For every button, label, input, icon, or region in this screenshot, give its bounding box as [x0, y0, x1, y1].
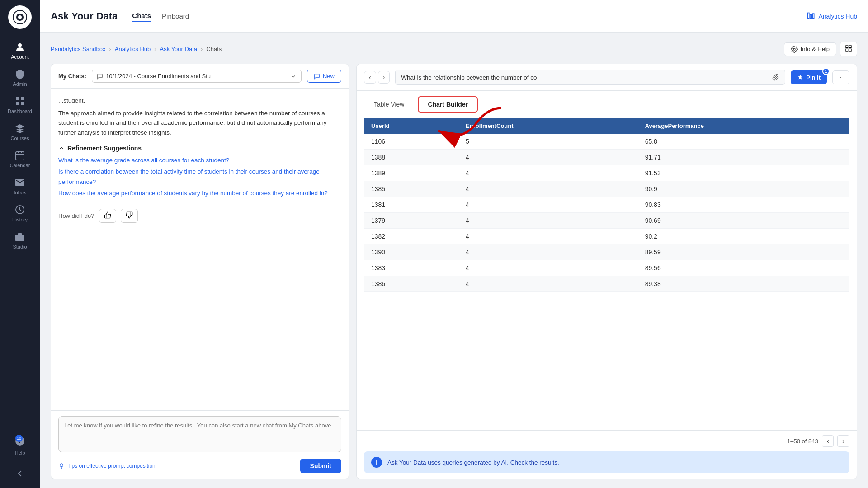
clip-icon [772, 74, 779, 81]
cell-userid: 1106 [364, 134, 458, 150]
sidebar-item-label-courses: Courses [11, 136, 29, 141]
nav-item-pinboard[interactable]: Pinboard [162, 10, 189, 22]
refinement-header[interactable]: Refinement Suggestions [58, 145, 341, 152]
table-row: 1390 4 89.59 [364, 244, 849, 260]
calendar-icon [14, 150, 25, 161]
cell-enrollment: 4 [458, 165, 638, 181]
cell-userid: 1385 [364, 181, 458, 197]
svg-point-2 [18, 15, 22, 19]
table-row: 1383 4 89.56 [364, 260, 849, 276]
chat-message-text: ...student. The approach aimed to provid… [58, 96, 341, 137]
refinement-header-label: Refinement Suggestions [67, 145, 142, 152]
sidebar-item-dashboard[interactable]: Dashboard [2, 92, 38, 117]
submit-button[interactable]: Submit [300, 459, 341, 473]
svg-rect-24 [846, 49, 848, 51]
sidebar-collapse-btn[interactable] [2, 465, 38, 483]
chat-selector[interactable]: 10/1/2024 - Course Enrollments and Stu [92, 70, 302, 83]
nav-next-button[interactable]: › [378, 71, 390, 84]
cell-enrollment: 4 [458, 260, 638, 276]
col-header-userid: UserId [364, 118, 458, 134]
cell-userid: 1381 [364, 197, 458, 213]
thumbs-up-button[interactable] [99, 209, 116, 223]
tab-table-view[interactable]: Table View [364, 96, 414, 113]
pin-label: Pin It [806, 74, 821, 81]
feedback-row: How did I do? [58, 205, 341, 226]
analytics-hub-link[interactable]: Analytics Hub [807, 12, 857, 21]
sidebar-item-account[interactable]: Account [2, 38, 38, 63]
breadcrumb-ask-your-data[interactable]: Ask Your Data [160, 46, 197, 52]
chat-input[interactable] [58, 416, 341, 452]
svg-rect-22 [846, 46, 848, 48]
svg-rect-6 [16, 102, 19, 105]
sidebar-item-calendar[interactable]: Calendar [2, 146, 38, 172]
sidebar-item-label-dashboard: Dashboard [8, 108, 32, 114]
cell-enrollment: 4 [458, 181, 638, 197]
svg-rect-18 [808, 13, 809, 18]
sidebar-item-admin[interactable]: Admin [2, 65, 38, 90]
sidebar-item-courses[interactable]: Courses [2, 119, 38, 145]
svg-point-21 [793, 48, 795, 50]
breadcrumb-sep-3: › [201, 46, 203, 52]
table-row: 1386 4 89.38 [364, 276, 849, 292]
studio-icon [14, 231, 25, 242]
tab-chart-builder[interactable]: Chart Builder [418, 96, 478, 113]
more-options-button[interactable]: ⋮ [832, 70, 849, 84]
breadcrumb-sep-2: › [154, 46, 156, 52]
panels: My Chats: 10/1/2024 - Course Enrollments… [51, 64, 857, 479]
sidebar: Account Admin Dashboard Courses Calendar [0, 0, 40, 488]
sidebar-item-inbox[interactable]: Inbox [2, 174, 38, 199]
top-header: Ask Your Data Chats Pinboard Analytics H… [40, 0, 868, 33]
history-icon [14, 204, 25, 215]
sidebar-item-help[interactable]: ? 10 Help [2, 432, 38, 459]
table-row: 1389 4 91.53 [364, 165, 849, 181]
chevron-down-icon [290, 73, 297, 80]
cell-enrollment: 4 [458, 150, 638, 165]
chat-input-area: Tips on effective prompt composition Sub… [51, 410, 349, 479]
dashboard-icon [14, 96, 25, 107]
table-row: 1382 4 90.2 [364, 229, 849, 244]
sidebar-item-label-help: Help [15, 450, 25, 455]
chat-message-body: The approach aimed to provide insights r… [58, 110, 327, 136]
info-help-button[interactable]: Info & Help [784, 42, 836, 56]
breadcrumb-chats: Chats [206, 46, 222, 52]
help-badge-count: 10 [15, 435, 23, 442]
nav-prev-button[interactable]: ‹ [364, 71, 376, 84]
info-bar-text: Ask Your Data uses queries generated by … [387, 459, 559, 466]
data-panel: ‹ › What is the relationship between the… [356, 64, 857, 479]
nav-item-chats[interactable]: Chats [132, 10, 151, 22]
pagination-row: 1–50 of 843 ‹ › [357, 430, 857, 451]
collapse-icon [14, 468, 25, 479]
cell-enrollment: 4 [458, 197, 638, 213]
refinement-link-2[interactable]: How does the average performance of stud… [58, 188, 341, 199]
sidebar-item-history[interactable]: History [2, 201, 38, 226]
breadcrumb-pandalytics[interactable]: Pandalytics Sandbox [51, 46, 105, 52]
svg-rect-7 [21, 102, 24, 105]
chevron-up-icon [58, 145, 65, 151]
thumbs-down-button[interactable] [121, 209, 138, 223]
new-chat-icon [314, 73, 320, 80]
breadcrumb-analytics-hub[interactable]: Analytics Hub [115, 46, 151, 52]
new-chat-button[interactable]: New [307, 70, 341, 83]
sidebar-item-studio[interactable]: Studio [2, 228, 38, 253]
extra-icon-button[interactable] [840, 42, 857, 56]
cell-userid: 1388 [364, 150, 458, 165]
account-icon [14, 42, 25, 52]
query-text: What is the relationship between the num… [401, 74, 537, 81]
tips-label: Tips on effective prompt composition [67, 463, 156, 469]
cell-enrollment: 4 [458, 229, 638, 244]
cell-performance: 90.2 [638, 229, 849, 244]
cell-userid: 1383 [364, 260, 458, 276]
pagination-text: 1–50 of 843 [787, 438, 818, 445]
svg-rect-19 [810, 14, 811, 18]
prev-page-button[interactable]: ‹ [822, 435, 834, 447]
refinement-link-1[interactable]: Is there a correlation between the total… [58, 167, 341, 188]
tips-link[interactable]: Tips on effective prompt composition [58, 463, 156, 469]
info-help-label: Info & Help [801, 46, 830, 52]
nav-arrows: ‹ › [364, 71, 390, 84]
cell-enrollment: 4 [458, 213, 638, 229]
analytics-hub-icon [807, 12, 816, 21]
refinement-link-0[interactable]: What is the average grade across all cou… [58, 155, 341, 166]
pin-it-button[interactable]: Pin It 1 [791, 70, 827, 84]
sidebar-item-label-admin: Admin [13, 81, 27, 87]
next-page-button[interactable]: › [837, 435, 849, 447]
